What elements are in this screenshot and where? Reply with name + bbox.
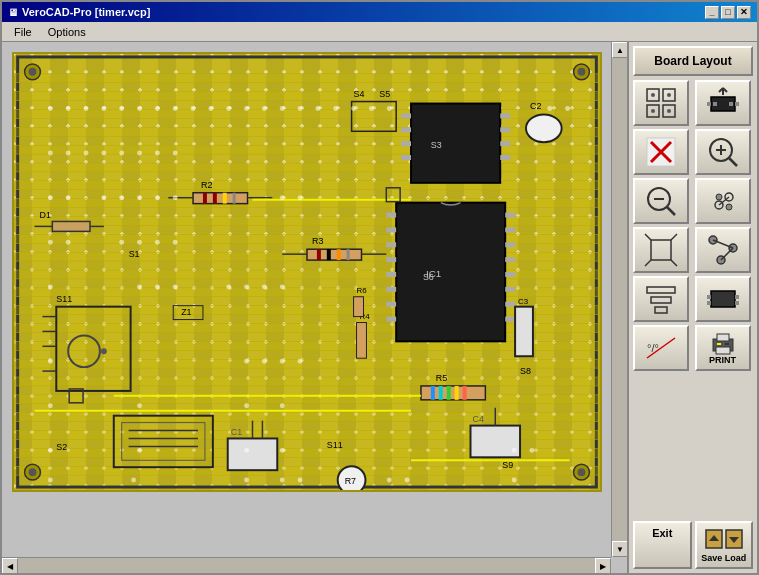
svg-text:S2: S2	[56, 442, 67, 452]
svg-rect-40	[233, 193, 236, 204]
move-icon	[705, 183, 741, 219]
svg-point-190	[137, 403, 142, 408]
grid-icon	[643, 85, 679, 121]
svg-rect-258	[735, 301, 739, 305]
menu-file[interactable]: File	[6, 24, 40, 40]
svg-rect-265	[725, 343, 729, 345]
svg-rect-39	[223, 193, 227, 204]
svg-rect-47	[337, 249, 341, 260]
scroll-left-button[interactable]: ◀	[2, 558, 18, 573]
svg-rect-63	[505, 242, 515, 247]
svg-rect-1	[15, 74, 600, 83]
svg-point-29	[29, 468, 37, 476]
horizontal-scrollbar[interactable]: ◀ ▶	[2, 557, 611, 573]
close-button[interactable]: ✕	[737, 6, 751, 19]
menu-bar: File Options	[2, 22, 757, 42]
svg-text:S1: S1	[129, 249, 140, 259]
svg-point-27	[578, 68, 586, 76]
svg-rect-120	[471, 426, 521, 458]
fit-tool-button[interactable]	[633, 227, 689, 273]
svg-point-148	[351, 106, 356, 111]
svg-point-180	[226, 284, 231, 289]
svg-point-164	[119, 195, 124, 200]
svg-line-245	[671, 260, 677, 266]
svg-rect-37	[203, 193, 207, 204]
svg-rect-78	[500, 155, 510, 160]
svg-point-158	[137, 151, 142, 156]
svg-point-141	[226, 106, 231, 111]
window-title: VeroCAD-Pro [timer.vcp]	[22, 6, 150, 18]
svg-text:R3: R3	[312, 236, 323, 246]
scroll-down-button[interactable]: ▼	[612, 541, 627, 557]
component-tool-button[interactable]	[695, 276, 751, 322]
svg-rect-66	[505, 287, 515, 292]
svg-rect-105	[354, 297, 364, 317]
svg-rect-7	[15, 181, 600, 190]
zoom-in-icon	[705, 134, 741, 170]
svg-rect-76	[500, 127, 510, 132]
svg-point-153	[48, 151, 53, 156]
svg-point-143	[262, 106, 267, 111]
svg-rect-36	[193, 193, 248, 204]
zoom-out-button[interactable]	[633, 178, 689, 224]
vertical-scrollbar[interactable]: ▲ ▼	[611, 42, 627, 557]
svg-point-136	[137, 106, 142, 111]
zoom-in-button[interactable]	[695, 129, 751, 175]
exit-button[interactable]: Exit	[633, 521, 692, 569]
ratio-tool-button[interactable]: °/°	[633, 325, 689, 371]
svg-point-176	[48, 284, 53, 289]
align-tool-button[interactable]	[633, 276, 689, 322]
svg-rect-56	[386, 257, 396, 262]
svg-point-186	[262, 359, 267, 364]
grid-tool-button[interactable]	[633, 80, 689, 126]
scroll-up-button[interactable]: ▲	[612, 42, 627, 58]
svg-point-197	[244, 448, 249, 453]
save-load-icon	[704, 527, 744, 551]
svg-point-199	[48, 478, 53, 483]
svg-rect-256	[735, 295, 739, 299]
delete-tool-button[interactable]	[633, 129, 689, 175]
save-load-button[interactable]: Save Load	[695, 521, 754, 569]
title-bar-controls: _ □ ✕	[705, 6, 751, 19]
svg-rect-59	[386, 302, 396, 307]
svg-rect-241	[651, 240, 671, 260]
svg-point-155	[84, 151, 89, 156]
svg-point-165	[137, 195, 142, 200]
menu-options[interactable]: Options	[40, 24, 94, 40]
svg-rect-108	[431, 386, 435, 400]
svg-rect-9	[15, 217, 600, 226]
svg-rect-54	[386, 227, 396, 232]
minimize-button[interactable]: _	[705, 6, 719, 19]
svg-rect-17	[15, 359, 600, 368]
svg-rect-32	[52, 221, 90, 231]
svg-text:C1: C1	[231, 427, 242, 437]
move-tool-button[interactable]	[695, 178, 751, 224]
svg-point-157	[119, 151, 124, 156]
maximize-button[interactable]: □	[721, 6, 735, 19]
svg-point-194	[512, 448, 517, 453]
insert-icon	[705, 85, 741, 121]
canvas-area: D1 R2	[2, 42, 627, 573]
svg-point-185	[244, 359, 249, 364]
connect-tool-button[interactable]	[695, 227, 751, 273]
svg-point-188	[298, 359, 303, 364]
svg-rect-103	[357, 323, 367, 359]
board-layout-button[interactable]: Board Layout	[633, 46, 753, 76]
svg-point-217	[667, 109, 671, 113]
insert-tool-button[interactable]	[695, 80, 751, 126]
svg-text:R5: R5	[436, 373, 447, 383]
svg-rect-264	[717, 343, 721, 345]
svg-point-204	[387, 478, 392, 483]
svg-point-162	[66, 195, 71, 200]
print-button[interactable]: PRINT	[695, 325, 751, 371]
svg-rect-10	[15, 234, 600, 243]
svg-point-150	[387, 106, 392, 111]
svg-text:C4: C4	[472, 414, 483, 424]
svg-point-175	[173, 240, 178, 245]
svg-point-187	[280, 359, 285, 364]
svg-point-206	[512, 478, 517, 483]
scroll-right-button[interactable]: ▶	[595, 558, 611, 573]
svg-point-178	[155, 284, 160, 289]
svg-text:S9: S9	[502, 460, 513, 470]
svg-point-80	[526, 114, 562, 142]
